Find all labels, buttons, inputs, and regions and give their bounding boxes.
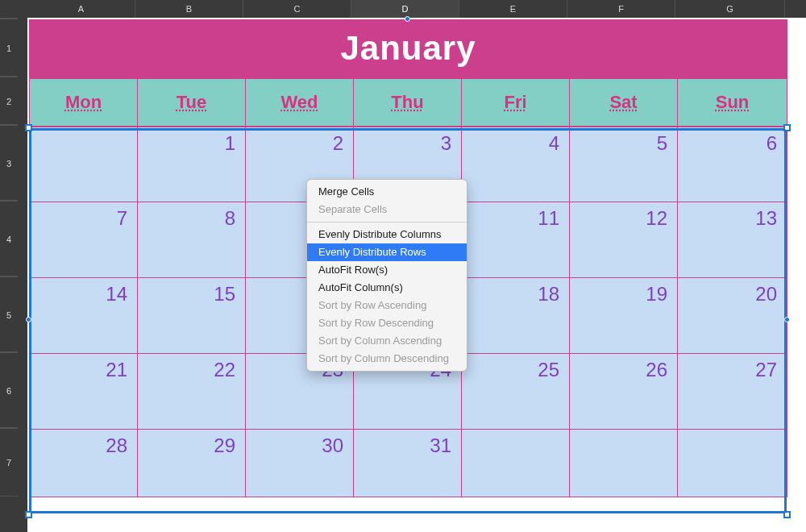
menu-item-autofit-column-s-[interactable]: AutoFit Column(s) bbox=[307, 279, 467, 297]
day-number: 28 bbox=[106, 434, 127, 457]
day-number: 8 bbox=[225, 207, 235, 230]
day-number: 4 bbox=[549, 132, 559, 155]
day-cell-blank[interactable] bbox=[570, 430, 678, 497]
dow-cell-sun[interactable]: Sun bbox=[678, 78, 787, 127]
dow-label: Tue bbox=[177, 92, 206, 112]
row-ruler: 1234567 bbox=[0, 0, 27, 532]
app-stage: ABCDEFG 1234567 JanuaryMonTueWedThuFriSa… bbox=[0, 0, 806, 532]
dow-cell-sat[interactable]: Sat bbox=[570, 78, 678, 127]
day-cell-blank[interactable] bbox=[678, 430, 787, 497]
row-header-5[interactable]: 5 bbox=[0, 277, 18, 353]
menu-item-merge-cells[interactable]: Merge Cells bbox=[307, 183, 467, 201]
menu-item-sort-by-row-descending: Sort by Row Descending bbox=[307, 314, 467, 332]
selection-handle-se[interactable] bbox=[783, 511, 791, 518]
day-cell[interactable]: 5 bbox=[570, 127, 678, 202]
dow-label: Thu bbox=[391, 92, 423, 112]
dow-cell-wed[interactable]: Wed bbox=[246, 78, 354, 127]
dow-label: Sat bbox=[609, 92, 637, 112]
day-cell[interactable]: 25 bbox=[462, 354, 570, 430]
day-number: 6 bbox=[767, 132, 777, 155]
day-cell[interactable]: 30 bbox=[246, 430, 354, 497]
day-cell[interactable]: 6 bbox=[678, 127, 787, 202]
row-header-2[interactable]: 2 bbox=[0, 77, 18, 126]
selection-handle-sw[interactable] bbox=[25, 511, 32, 518]
day-cell[interactable]: 29 bbox=[138, 430, 246, 497]
day-cell[interactable]: 8 bbox=[138, 202, 246, 278]
dow-label: Sun bbox=[716, 92, 750, 112]
row-header-6[interactable]: 6 bbox=[0, 353, 18, 429]
dow-cell-thu[interactable]: Thu bbox=[354, 78, 462, 127]
day-number: 14 bbox=[106, 283, 127, 305]
row-header-1[interactable]: 1 bbox=[0, 19, 18, 77]
day-cell[interactable]: 1 bbox=[138, 127, 246, 202]
day-cell[interactable]: 20 bbox=[678, 278, 787, 354]
dow-label: Wed bbox=[280, 92, 318, 112]
day-cell[interactable]: 31 bbox=[354, 430, 462, 497]
row-header-7[interactable]: 7 bbox=[0, 429, 18, 497]
day-number: 2 bbox=[333, 132, 343, 155]
day-number: 11 bbox=[538, 207, 559, 230]
day-cell[interactable]: 19 bbox=[570, 278, 678, 354]
day-cell[interactable]: 12 bbox=[570, 202, 678, 278]
dow-label: Mon bbox=[65, 92, 102, 112]
day-cell[interactable]: 27 bbox=[678, 354, 787, 430]
day-number: 5 bbox=[657, 132, 667, 155]
day-number: 3 bbox=[441, 132, 451, 155]
column-header-b[interactable]: B bbox=[135, 0, 243, 18]
day-number: 13 bbox=[755, 207, 777, 230]
dow-label: Fri bbox=[504, 92, 526, 112]
menu-item-sort-by-column-descending: Sort by Column Descending bbox=[307, 350, 467, 368]
menu-item-evenly-distribute-rows[interactable]: Evenly Distribute Rows bbox=[307, 243, 467, 261]
menu-item-separate-cells: Separate Cells bbox=[307, 201, 467, 218]
menu-item-sort-by-row-ascending: Sort by Row Ascending bbox=[307, 297, 467, 314]
day-cell[interactable]: 26 bbox=[570, 354, 678, 430]
day-cell-blank[interactable] bbox=[462, 430, 570, 497]
selection-mid-top[interactable] bbox=[405, 16, 410, 22]
row-header-3[interactable]: 3 bbox=[0, 126, 18, 202]
dow-cell-mon[interactable]: Mon bbox=[30, 78, 138, 127]
column-ruler: ABCDEFG bbox=[0, 0, 806, 18]
day-number: 1 bbox=[225, 132, 235, 155]
day-number: 29 bbox=[214, 434, 235, 457]
column-header-c[interactable]: C bbox=[243, 0, 351, 18]
day-cell[interactable]: 22 bbox=[138, 354, 246, 430]
day-cell[interactable]: 15 bbox=[138, 278, 246, 354]
selection-handle-ne[interactable] bbox=[783, 124, 791, 131]
day-cell[interactable]: 7 bbox=[30, 202, 138, 278]
day-cell[interactable]: 14 bbox=[30, 278, 138, 354]
column-header-f[interactable]: F bbox=[567, 0, 675, 18]
day-cell-blank[interactable] bbox=[30, 127, 138, 202]
calendar-title-cell[interactable]: January bbox=[30, 20, 787, 78]
day-cell[interactable]: 21 bbox=[30, 354, 138, 430]
column-header-e[interactable]: E bbox=[459, 0, 567, 18]
selection-mid-right[interactable] bbox=[784, 317, 790, 322]
day-number: 18 bbox=[538, 283, 559, 305]
day-cell[interactable]: 11 bbox=[462, 202, 570, 278]
day-number: 20 bbox=[755, 283, 777, 305]
dow-cell-tue[interactable]: Tue bbox=[138, 78, 246, 127]
calendar-title: January bbox=[340, 29, 476, 67]
day-number: 30 bbox=[322, 434, 343, 457]
day-number: 21 bbox=[106, 359, 127, 381]
day-number: 15 bbox=[214, 283, 235, 305]
menu-item-evenly-distribute-columns[interactable]: Evenly Distribute Columns bbox=[307, 226, 467, 243]
day-number: 22 bbox=[214, 359, 235, 381]
dow-cell-fri[interactable]: Fri bbox=[462, 78, 570, 127]
column-header-d[interactable]: D bbox=[351, 0, 459, 18]
selection-handle-nw[interactable] bbox=[25, 124, 32, 131]
day-number: 7 bbox=[117, 207, 127, 230]
menu-item-autofit-row-s-[interactable]: AutoFit Row(s) bbox=[307, 261, 467, 279]
context-menu[interactable]: Merge CellsSeparate CellsEvenly Distribu… bbox=[306, 179, 467, 372]
day-number: 12 bbox=[646, 207, 667, 230]
day-cell[interactable]: 18 bbox=[462, 278, 570, 354]
day-cell[interactable]: 13 bbox=[678, 202, 787, 278]
day-cell[interactable]: 4 bbox=[462, 127, 570, 202]
column-header-a[interactable]: A bbox=[27, 0, 135, 18]
day-number: 25 bbox=[538, 359, 559, 381]
day-cell[interactable]: 28 bbox=[30, 430, 138, 497]
selection-mid-left[interactable] bbox=[26, 317, 31, 322]
row-header-4[interactable]: 4 bbox=[0, 202, 18, 277]
day-number: 31 bbox=[430, 434, 451, 457]
menu-separator bbox=[307, 222, 467, 222]
column-header-g[interactable]: G bbox=[675, 0, 785, 18]
